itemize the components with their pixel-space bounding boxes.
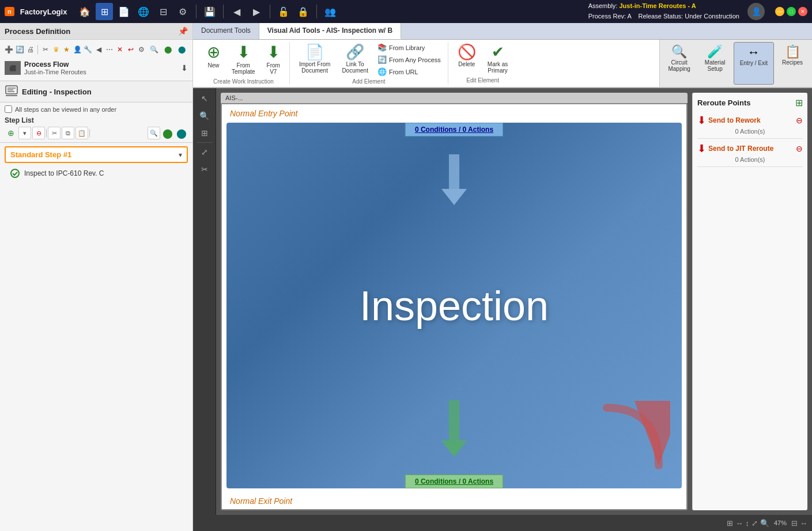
nav-icons: 🏠 ⊞ 📄 🌐 ⊟ ⚙ 💾 ◀ ▶ 🔓 🔒 👥 — [76, 3, 339, 20]
pf-left-arrow[interactable]: ◀ — [95, 43, 103, 56]
pf-print-button[interactable]: 🖨 — [26, 43, 35, 56]
pf-more-button[interactable]: ⋯ — [105, 43, 114, 56]
minimize-button[interactable]: — — [775, 7, 784, 16]
mini-grid-button[interactable]: ⊞ — [195, 125, 214, 141]
pf-star-button[interactable]: ★ — [62, 43, 71, 56]
inspect-item[interactable]: Inspect to IPC-610 Rev. C — [5, 166, 188, 181]
mini-zoom-button[interactable]: 🔍 — [195, 108, 214, 124]
reroute-rework-delete-button[interactable]: ⊖ — [796, 116, 803, 125]
new-button[interactable]: ⊕ New — [202, 42, 225, 71]
exit-condition-bar[interactable]: 0 Conditions / 0 Actions — [405, 475, 503, 488]
step-add-button[interactable]: ⊕ — [5, 127, 17, 139]
process-flow-item[interactable]: ⬛ Process Flow Just-in-Time Reroutes ⬇ — [5, 59, 188, 77]
from-url-button[interactable]: 🌐 From URL — [375, 66, 443, 77]
from-template-button[interactable]: ⬇ FromTemplate — [227, 42, 260, 77]
status-icon4[interactable]: ⤢ — [751, 519, 758, 528]
panel-pin-icon[interactable]: 📌 — [178, 26, 188, 36]
link-to-document-button[interactable]: 🔗 Link ToDocument — [337, 42, 373, 76]
mini-fit-button[interactable]: ⤢ — [195, 144, 214, 160]
tab-document-tools[interactable]: Document Tools — [193, 23, 259, 39]
entry-exit-button[interactable]: ↔ Entry / Exit — [734, 42, 774, 85]
reroute-jit-delete-button[interactable]: ⊖ — [796, 144, 803, 153]
all-steps-checkbox[interactable] — [5, 105, 12, 113]
user-manage-icon[interactable]: 👥 — [322, 3, 339, 20]
new-label: New — [207, 62, 219, 69]
status-icon2[interactable]: ↔ — [735, 519, 743, 528]
reroute-panel: Reroute Points ⊞ ⬇ Send to Rework ⊖ 0 Ac… — [692, 93, 807, 510]
from-v7-button[interactable]: ⬇ FromV7 — [262, 42, 285, 77]
download-button[interactable]: ⬇ — [181, 63, 188, 73]
ribbon-right-tools: 🔍 CircuitMapping 🧪 MaterialSetup ↔ Entry… — [659, 40, 812, 87]
step-cut-button[interactable]: ✂ — [48, 127, 61, 139]
from-library-label: From Library — [389, 44, 425, 51]
step-green1-button[interactable]: ⬤ — [161, 127, 174, 139]
home-icon[interactable]: 🏠 — [76, 3, 93, 20]
app-name: FactoryLogix — [20, 7, 67, 16]
status-icon1[interactable]: ⊞ — [727, 519, 733, 528]
status-icon6[interactable]: ⊟ — [791, 519, 798, 528]
back-icon[interactable]: ◀ — [228, 3, 246, 20]
import-from-document-button[interactable]: 📄 Import FromDocument — [294, 42, 335, 76]
pf-settings-button[interactable]: ⚙ — [137, 43, 146, 56]
pf-back-button[interactable]: ↩ — [126, 43, 135, 56]
grid-icon[interactable]: ⊞ — [96, 3, 113, 20]
mini-crop-button[interactable]: ✂ — [195, 161, 214, 177]
tab-visual-aid-tools[interactable]: Visual Aid Tools - AIS- Inspection w/ B — [259, 23, 401, 39]
status-icon3[interactable]: ↕ — [745, 519, 749, 528]
status-icon5[interactable]: 🔍 — [760, 519, 769, 528]
recipes-label: Recipes — [782, 59, 803, 66]
pf-crown-button[interactable]: ♛ — [52, 43, 61, 56]
standard-step-label: Standard Step #1 — [10, 150, 71, 159]
circuit-mapping-button[interactable]: 🔍 CircuitMapping — [662, 42, 697, 85]
pf-zoom-button[interactable]: 🔍 — [148, 43, 160, 56]
pf-green-circle[interactable]: ⬤ — [161, 43, 174, 56]
step-minus-button[interactable]: ⊖ — [32, 127, 45, 139]
release-status-label: Release Status: — [639, 13, 683, 20]
gear-icon[interactable]: ⚙ — [174, 3, 191, 20]
main-canvas: AIS-... Normal Entry Point 0 Conditions … — [216, 88, 692, 515]
pf-add-button[interactable]: ➕ — [5, 43, 13, 56]
mark-as-primary-button[interactable]: ✔ Mark asPrimary — [483, 42, 513, 76]
close-button[interactable]: ✕ — [798, 7, 807, 16]
main-area: Process Definition 📌 ➕ 🔄 🖨 ✂ ♛ ★ 👤 🔧 ◀ ⋯… — [0, 23, 812, 531]
user-avatar[interactable]: 👤 — [747, 3, 765, 20]
pf-teal-circle[interactable]: ⬤ — [175, 43, 188, 56]
step-toolbar: ⊕ ▾ ⊖ ✂ ⧉ 📋 🔍 ⬤ ⬤ — [5, 127, 188, 139]
mini-cursor-button[interactable]: ↖ — [195, 90, 214, 107]
step-search-button[interactable]: 🔍 — [148, 127, 160, 139]
lock2-icon[interactable]: 🔒 — [294, 3, 312, 20]
pf-separator — [37, 45, 38, 54]
step-paste-button[interactable]: 📋 — [75, 127, 88, 139]
material-setup-button[interactable]: 🧪 MaterialSetup — [698, 42, 732, 85]
pf-tools-button[interactable]: 🔧 — [84, 43, 92, 56]
canvas-tab[interactable]: AIS-... — [221, 93, 688, 103]
step-copy-button[interactable]: ⧉ — [62, 127, 74, 139]
create-buttons: ⊕ New ⬇ FromTemplate ⬇ FromV7 — [202, 42, 285, 77]
entry-condition-link[interactable]: 0 Conditions / 0 Actions — [415, 126, 493, 134]
delete-button[interactable]: 🚫 Delete — [453, 42, 481, 70]
document-icon[interactable]: 📄 — [115, 3, 133, 20]
pf-person-button[interactable]: 👤 — [73, 43, 82, 56]
add-stack: 📚 From Library 🔄 From Any Process 🌐 Fro — [375, 42, 443, 77]
pf-cut-button[interactable]: ✂ — [41, 43, 50, 56]
app-logo: n — [5, 7, 14, 16]
pf-refresh-button[interactable]: 🔄 — [15, 43, 24, 56]
from-any-process-button[interactable]: 🔄 From Any Process — [375, 54, 443, 65]
pf-x-button[interactable]: ✕ — [116, 43, 124, 56]
table-icon[interactable]: ⊟ — [154, 3, 172, 20]
exit-condition-link[interactable]: 0 Conditions / 0 Actions — [415, 477, 493, 486]
step-dropdown-button[interactable]: ▾ — [18, 127, 31, 139]
step-green2-button[interactable]: ⬤ — [175, 127, 188, 139]
save-icon[interactable]: 💾 — [201, 3, 218, 20]
forward-icon[interactable]: ▶ — [248, 3, 265, 20]
standard-step-item[interactable]: Standard Step #1 ▾ — [5, 146, 188, 163]
entry-condition-bar[interactable]: 0 Conditions / 0 Actions — [405, 123, 503, 136]
recipes-button[interactable]: 📋 Recipes — [775, 42, 810, 85]
lock-icon[interactable]: 🔓 — [275, 3, 292, 20]
link-label: Link ToDocument — [342, 61, 368, 74]
from-library-button[interactable]: 📚 From Library — [375, 42, 443, 53]
globe-icon[interactable]: 🌐 — [135, 3, 152, 20]
status-icon7[interactable]: ↔ — [800, 519, 807, 528]
reroute-add-button[interactable]: ⊞ — [795, 97, 803, 108]
maximize-button[interactable]: □ — [787, 7, 796, 16]
